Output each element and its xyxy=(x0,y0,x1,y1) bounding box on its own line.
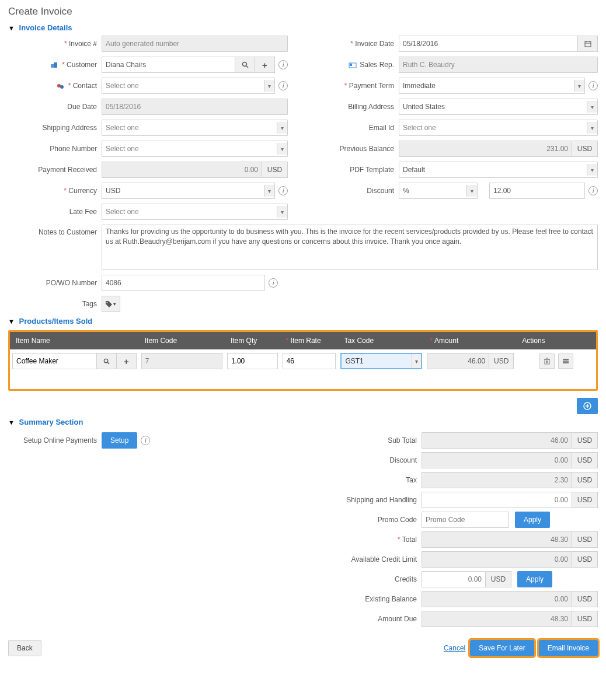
apply-credits-button[interactable]: Apply xyxy=(517,571,552,587)
label-shipping: Shipping and Handling xyxy=(334,496,422,504)
usd-addon: USD xyxy=(572,591,598,607)
calendar-button[interactable] xyxy=(578,36,598,52)
info-icon[interactable]: i xyxy=(588,81,598,90)
invoice-number-field xyxy=(102,36,288,52)
powo-field[interactable] xyxy=(102,275,265,291)
usd-addon: USD xyxy=(572,531,598,548)
save-for-later-button[interactable]: Save For Later xyxy=(470,640,534,656)
chevron-down-icon: ▾ xyxy=(587,164,597,176)
table-row: + GST1▾ USD xyxy=(10,349,596,373)
email-invoice-button[interactable]: Email Invoice xyxy=(539,640,598,656)
delete-row-button[interactable] xyxy=(539,354,555,369)
due-date-field xyxy=(102,99,288,115)
svg-point-5 xyxy=(60,85,64,89)
label-powo: PO/WO Number xyxy=(8,279,102,287)
email-id-select[interactable]: Select one▾ xyxy=(399,120,598,136)
label-invoice-no: * Invoice # xyxy=(8,40,102,48)
total-field xyxy=(422,531,572,548)
shipping-address-select[interactable]: Select one▾ xyxy=(102,120,288,136)
col-actions: Actions xyxy=(516,332,596,349)
item-rate-field[interactable] xyxy=(283,353,336,369)
chevron-down-icon: ▾ xyxy=(277,143,287,155)
row-settings-button[interactable] xyxy=(558,354,573,369)
promo-code-field[interactable] xyxy=(422,512,509,528)
credits-field[interactable] xyxy=(422,571,486,587)
shipping-field[interactable] xyxy=(422,492,572,508)
chevron-down-icon: ▾ xyxy=(277,206,287,218)
back-button[interactable]: Back xyxy=(8,640,41,656)
usd-addon: USD xyxy=(489,353,514,369)
customer-add-button[interactable]: + xyxy=(255,57,275,73)
label-total: * Total xyxy=(334,536,422,544)
billing-address-select[interactable]: United States▾ xyxy=(399,99,598,115)
label-amount-due: Amount Due xyxy=(334,615,422,623)
label-customer: * Customer xyxy=(8,61,102,69)
item-search-button[interactable] xyxy=(97,353,117,369)
late-fee-select[interactable]: Select one▾ xyxy=(102,204,288,220)
label-currency: * Currency xyxy=(8,187,102,195)
contact-select[interactable]: Select one▾ xyxy=(102,78,275,94)
label-contact: * Contact xyxy=(8,82,102,90)
customer-icon xyxy=(51,62,59,69)
label-due-date: Due Date xyxy=(8,103,102,111)
item-name-field[interactable] xyxy=(12,353,97,369)
chevron-down-icon: ▾ xyxy=(466,185,477,197)
phone-number-select[interactable]: Select one▾ xyxy=(102,141,288,157)
col-item-rate: * Item Rate xyxy=(280,332,339,349)
section-products[interactable]: ▼ Products/Items Sold xyxy=(8,317,598,326)
item-amount-field xyxy=(427,353,490,369)
tax-code-select[interactable]: GST1▾ xyxy=(340,353,422,369)
info-icon[interactable]: i xyxy=(278,60,288,69)
usd-addon: USD xyxy=(572,141,598,157)
setup-button[interactable]: Setup xyxy=(102,432,137,449)
cancel-link[interactable]: Cancel xyxy=(444,644,465,652)
customer-field[interactable] xyxy=(102,57,235,73)
apply-promo-button[interactable]: Apply xyxy=(515,512,550,528)
svg-point-12 xyxy=(107,302,108,303)
label-pdf-template: PDF Template xyxy=(305,166,399,174)
add-row-button[interactable] xyxy=(577,398,598,414)
label-email-id: Email Id xyxy=(305,124,399,132)
label-tax: Tax xyxy=(334,476,422,484)
label-setup-payments: Setup Online Payments xyxy=(8,436,102,444)
info-icon[interactable]: i xyxy=(141,436,150,445)
chevron-down-icon: ▾ xyxy=(587,122,597,134)
chevron-down-icon: ▾ xyxy=(412,354,421,368)
tag-icon xyxy=(106,301,112,307)
info-icon[interactable]: i xyxy=(278,81,288,90)
invoice-date-field[interactable] xyxy=(399,36,578,52)
notes-textarea[interactable] xyxy=(102,225,598,270)
discount-value-field[interactable] xyxy=(489,183,585,199)
discount-type-select[interactable]: %▾ xyxy=(399,183,478,199)
currency-select[interactable]: USD▾ xyxy=(102,183,275,199)
trash-icon xyxy=(544,358,551,365)
search-icon xyxy=(103,358,110,365)
col-item-name: Item Name xyxy=(10,332,139,349)
pdf-template-select[interactable]: Default▾ xyxy=(399,162,598,178)
customer-search-button[interactable] xyxy=(235,57,255,73)
sales-rep-field xyxy=(399,57,598,73)
section-invoice-details[interactable]: ▼ Invoice Details xyxy=(8,23,598,32)
svg-point-2 xyxy=(242,62,246,66)
tags-button[interactable]: ▾ xyxy=(102,296,120,312)
info-icon[interactable]: i xyxy=(588,186,598,195)
svg-rect-23 xyxy=(563,362,569,363)
label-payment-received: Payment Received xyxy=(8,166,102,174)
label-billing-address: Billing Address xyxy=(305,103,399,111)
item-qty-field[interactable] xyxy=(227,353,278,369)
info-icon[interactable]: i xyxy=(278,186,288,195)
payment-term-select[interactable]: Immediate▾ xyxy=(399,78,585,94)
usd-addon: USD xyxy=(262,162,288,178)
label-tags: Tags xyxy=(8,300,102,308)
svg-rect-6 xyxy=(585,41,591,47)
discount-field xyxy=(422,452,572,468)
item-add-button[interactable]: + xyxy=(117,353,137,369)
products-table: Item Name Item Code Item Qty * Item Rate… xyxy=(10,332,596,389)
svg-point-13 xyxy=(104,359,107,362)
label-promo-code: Promo Code xyxy=(334,516,422,524)
section-summary[interactable]: ▼ Summary Section xyxy=(8,418,598,426)
col-amount: * Amount xyxy=(424,332,517,349)
info-icon[interactable]: i xyxy=(269,278,278,288)
previous-balance-field xyxy=(399,141,572,157)
label-sub-total: Sub Total xyxy=(334,436,422,444)
